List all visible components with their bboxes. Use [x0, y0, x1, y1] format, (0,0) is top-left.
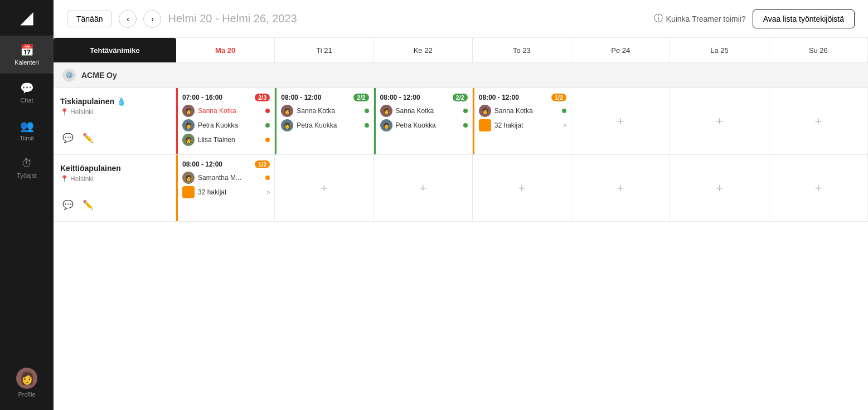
comment-button-keittioapulainen[interactable]: 💬 [60, 197, 76, 212]
profile-button[interactable]: 👩 Profile [0, 360, 54, 406]
add-shift-button[interactable]: + [379, 160, 468, 216]
sidebar-item-chat[interactable]: 💬 Chat [0, 74, 54, 111]
applicants-row-keittio[interactable]: 32 hakijat > [182, 185, 270, 199]
task-info-keittioapulainen: Keittiöapulainen 📍 Helsinki 💬 ✏️ [54, 155, 176, 221]
today-button[interactable]: Tänään [67, 11, 112, 27]
employee-row-samantha[interactable]: 👩 Samantha M... [182, 170, 270, 185]
help-circle-icon: ⓘ [654, 13, 663, 25]
profile-label: Profile [18, 391, 35, 398]
emp-name-samantha: Samantha M... [198, 174, 241, 182]
employee-row-sanna2[interactable]: 👩 Sanna Kotka [281, 104, 368, 118]
time-text: 08:00 - 12:00 [281, 94, 321, 101]
avatar-samantha: 👩 [182, 172, 195, 184]
employee-row-sanna3[interactable]: 👩 Sanna Kotka [380, 104, 468, 118]
next-button[interactable]: › [143, 10, 161, 28]
shift-tiskiapulainen-to23: 08:00 - 12:00 1/2 👩 Sanna Kotka 32 hakij… [473, 88, 571, 154]
shift-keittioapulainen-ma20: 08:00 - 12:00 1/2 👩 Samantha M... 32 hak… [176, 155, 275, 221]
shift-time: 08:00 - 12:00 2/2 [380, 94, 468, 101]
year-text: , 2023 [266, 12, 297, 25]
sidebar-item-label-tiimit: Tiimit [20, 135, 34, 141]
employee-row-petra[interactable]: 👩 Petra Kuokka [182, 118, 270, 133]
shift-keittioapulainen-ti21[interactable]: + [275, 155, 374, 221]
shift-block: 07:00 - 16:00 2/3 👩 Sanna Kotka 👩 Petra … [182, 94, 270, 147]
emp-name-petra: Petra Kuokka [198, 121, 238, 129]
avatar-petra: 👩 [281, 119, 293, 131]
status-dot [365, 109, 369, 113]
status-dot [562, 109, 566, 113]
status-dot [265, 123, 270, 128]
time-text: 08:00 - 12:00 [182, 160, 222, 168]
shift-badge: 1/2 [551, 94, 566, 101]
add-shift-button[interactable]: + [675, 94, 764, 149]
status-dot [365, 123, 369, 128]
column-headers: Tehtävänimike Ma 20 Ti 21 Ke 22 To 23 Pe… [54, 38, 868, 63]
shift-keittioapulainen-la25[interactable]: + [670, 155, 769, 221]
avatar-sanna: 👩 [281, 105, 293, 117]
edit-button-tiskiapulainen[interactable]: ✏️ [80, 130, 96, 145]
employee-row-sanna4[interactable]: 👩 Sanna Kotka [479, 104, 566, 118]
shift-keittioapulainen-ke22[interactable]: + [374, 155, 473, 221]
col-header-to23: To 23 [473, 38, 571, 62]
avatar-petra: 👩 [182, 119, 195, 131]
applicants-row[interactable]: 32 hakijat > [479, 118, 566, 133]
sidebar-item-kalenteri[interactable]: 📅 Kalenteri [0, 36, 54, 74]
prev-button[interactable]: ‹ [119, 10, 137, 28]
header: Tänään ‹ › Helmi 20 - Helmi 26, 2023 ⓘ K… [54, 0, 868, 38]
shift-keittioapulainen-su26[interactable]: + [769, 155, 868, 221]
col-header-ma20: Ma 20 [176, 38, 275, 62]
employee-row-sanna[interactable]: 👩 Sanna Kotka [182, 104, 270, 118]
time-text: 08:00 - 12:00 [479, 94, 519, 101]
location-text2: Helsinki [70, 175, 94, 183]
shift-block: 08:00 - 12:00 2/2 👩 Sanna Kotka 👩 Petra … [281, 94, 368, 133]
sidebar-item-label-tyoajat: Työajat [17, 172, 36, 179]
status-dot [265, 138, 270, 142]
add-shift-button[interactable]: + [774, 94, 863, 149]
add-shift-button[interactable]: + [477, 160, 566, 216]
add-shift-button[interactable]: + [675, 160, 764, 216]
location-pin-icon: 📍 [60, 108, 69, 116]
employee-row-petra2[interactable]: 👩 Petra Kuokka [281, 118, 368, 133]
add-shift-button[interactable]: + [279, 160, 368, 216]
emp-name-liisa: Liisa Tiainen [198, 136, 235, 144]
sidebar-item-tyoajat[interactable]: ⏱ Työajat [0, 149, 54, 187]
status-dot [265, 175, 270, 180]
status-dot [463, 109, 468, 113]
task-name-text: Keittiöapulainen [60, 164, 121, 173]
applicants-arrow: > [563, 123, 566, 129]
add-shift-button[interactable]: + [774, 160, 863, 216]
task-row-tiskiapulainen: Tiskiapulainen 💧 📍 Helsinki 💬 ✏️ 07:00 -… [54, 88, 868, 155]
sidebar-item-tiimit[interactable]: 👥 Tiimit [0, 111, 54, 149]
avatar: 👩 [16, 368, 37, 389]
teams-icon: 👥 [20, 119, 34, 133]
edit-button-keittioapulainen[interactable]: ✏️ [80, 197, 96, 212]
shift-tiskiapulainen-pe24[interactable]: + [571, 88, 670, 154]
date-range-title: Helmi 20 - Helmi 26, 2023 [168, 12, 647, 25]
shift-keittioapulainen-to23[interactable]: + [473, 155, 571, 221]
employees-button[interactable]: Avaa lista työntekijöistä [753, 9, 855, 28]
emp-name: Sanna Kotka [396, 107, 434, 115]
logo[interactable]: ◢ [0, 0, 54, 36]
employee-row-petra3[interactable]: 👩 Petra Kuokka [380, 118, 468, 133]
add-shift-button[interactable]: + [576, 94, 665, 149]
task-column-header: Tehtävänimike [54, 38, 176, 62]
shift-keittioapulainen-pe24[interactable]: + [571, 155, 670, 221]
water-icon: 💧 [117, 97, 126, 106]
col-header-ke22: Ke 22 [374, 38, 473, 62]
time-text: 08:00 - 12:00 [380, 94, 420, 101]
employee-row-liisa[interactable]: 👩 Liisa Tiainen [182, 133, 270, 147]
shift-tiskiapulainen-su26[interactable]: + [769, 88, 868, 154]
group-name: ACME Oy [81, 71, 117, 80]
shift-tiskiapulainen-ma20: 07:00 - 16:00 2/3 👩 Sanna Kotka 👩 Petra … [176, 88, 275, 154]
shift-time: 07:00 - 16:00 2/3 [182, 94, 270, 101]
shift-tiskiapulainen-ke22: 08:00 - 12:00 2/2 👩 Sanna Kotka 👩 Petra … [374, 88, 473, 154]
shift-tiskiapulainen-la25[interactable]: + [670, 88, 769, 154]
task-name-text: Tiskiapulainen [60, 97, 114, 106]
main-content: Tänään ‹ › Helmi 20 - Helmi 26, 2023 ⓘ K… [54, 0, 868, 410]
help-link[interactable]: ⓘ Kuinka Treamer toimii? [654, 13, 746, 25]
comment-button-tiskiapulainen[interactable]: 💬 [60, 130, 76, 145]
applicants-box [479, 119, 491, 131]
group-acme: ⚙️ ACME Oy [54, 63, 868, 88]
avatar-icon: 👩 [20, 371, 35, 385]
add-shift-button[interactable]: + [576, 160, 665, 216]
location-pin-icon2: 📍 [60, 175, 69, 183]
